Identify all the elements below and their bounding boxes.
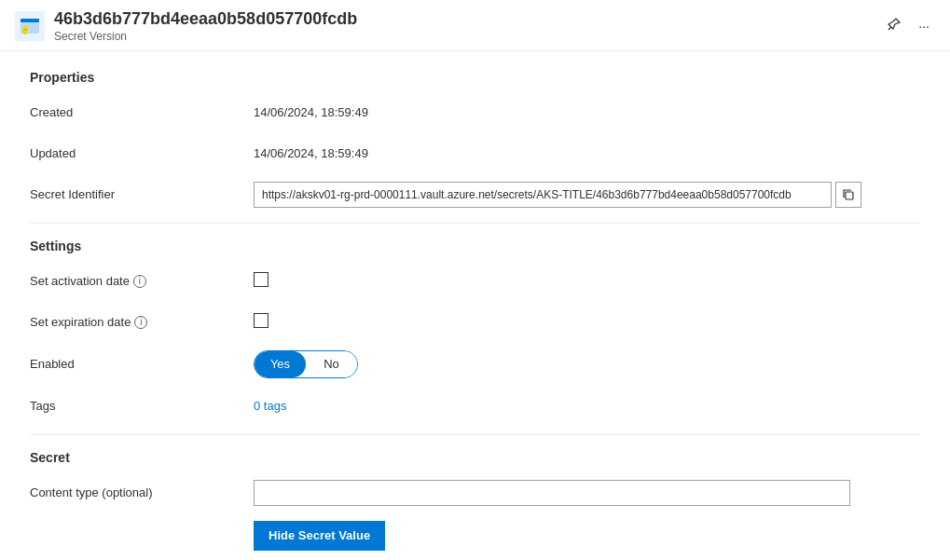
page-subtitle: Secret Version — [54, 30, 872, 43]
enabled-toggle-container: Yes No — [254, 350, 920, 378]
expiration-date-value — [254, 313, 920, 331]
activation-date-label: Set activation date i — [30, 274, 254, 288]
hide-secret-row: Hide Secret Value — [30, 521, 920, 551]
tags-link[interactable]: 0 tags — [254, 399, 286, 413]
secret-identifier-row: Secret Identifier — [30, 182, 920, 208]
secret-identifier-input[interactable] — [254, 182, 832, 208]
main-content: Properties Created 14/06/2024, 18:59:49 … — [0, 51, 950, 560]
page-title: 46b3d6b777bd4eeaa0b58d057700fcdb — [54, 9, 872, 30]
created-value: 14/06/2024, 18:59:49 — [254, 105, 920, 119]
enabled-toggle-group[interactable]: Yes No — [254, 350, 358, 378]
svg-rect-2 — [21, 19, 39, 22]
more-options-button[interactable]: ··· — [913, 15, 935, 37]
header-actions: ··· — [881, 13, 935, 38]
settings-section-title: Settings — [30, 239, 920, 253]
toggle-no-button[interactable]: No — [306, 351, 357, 377]
expiration-date-label: Set expiration date i — [30, 315, 254, 329]
expiration-info-icon: i — [134, 316, 147, 329]
svg-rect-4 — [23, 31, 27, 34]
tags-value: 0 tags — [254, 399, 920, 413]
content-type-input[interactable] — [254, 480, 850, 506]
svg-line-7 — [888, 27, 891, 30]
svg-rect-8 — [846, 192, 853, 199]
secret-identifier-label: Secret Identifier — [30, 187, 254, 201]
updated-row: Updated 14/06/2024, 18:59:49 — [30, 141, 920, 167]
toggle-yes-button[interactable]: Yes — [255, 351, 306, 377]
page-icon — [15, 11, 45, 41]
updated-label: Updated — [30, 146, 254, 160]
created-row: Created 14/06/2024, 18:59:49 — [30, 100, 920, 126]
copy-secret-id-button[interactable] — [835, 182, 861, 208]
enabled-label: Enabled — [30, 357, 254, 371]
updated-value: 14/06/2024, 18:59:49 — [254, 146, 920, 160]
created-label: Created — [30, 105, 254, 119]
tags-row: Tags 0 tags — [30, 393, 920, 419]
activation-date-checkbox[interactable] — [254, 272, 268, 287]
content-type-label: Content type (optional) — [30, 485, 254, 499]
secret-identifier-container — [254, 182, 920, 208]
secret-section-title: Secret — [30, 450, 920, 465]
activation-date-value — [254, 272, 920, 290]
properties-section-title: Properties — [30, 70, 920, 85]
pin-button[interactable] — [881, 13, 907, 38]
secret-divider — [30, 434, 920, 435]
tags-label: Tags — [30, 399, 254, 413]
copy-icon — [842, 188, 855, 201]
settings-divider — [30, 223, 920, 224]
header-text-group: 46b3d6b777bd4eeaa0b58d057700fcdb Secret … — [54, 9, 872, 43]
expiration-date-row: Set expiration date i — [30, 309, 920, 335]
content-type-row: Content type (optional) — [30, 480, 920, 506]
activation-info-icon: i — [133, 275, 146, 288]
expiration-date-checkbox[interactable] — [254, 313, 268, 328]
hide-secret-value-button[interactable]: Hide Secret Value — [254, 521, 385, 551]
content-type-value — [254, 480, 920, 506]
activation-date-row: Set activation date i — [30, 268, 920, 294]
page-header: 46b3d6b777bd4eeaa0b58d057700fcdb Secret … — [0, 0, 950, 51]
enabled-row: Enabled Yes No — [30, 350, 920, 378]
